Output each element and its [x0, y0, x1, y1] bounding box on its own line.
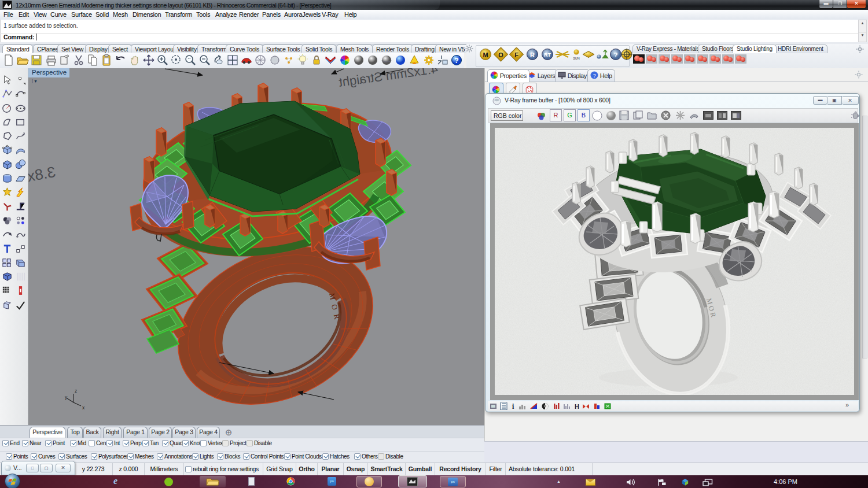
svg-text:?: ?: [614, 51, 618, 58]
svg-text:F: F: [514, 51, 518, 58]
svg-text:?: ?: [454, 57, 458, 65]
svg-text:x: x: [82, 405, 85, 411]
svg-text:O: O: [498, 51, 503, 58]
svg-text:H: H: [575, 403, 579, 410]
svg-text:?: ?: [593, 73, 596, 79]
svg-text:R: R: [530, 51, 535, 58]
svg-text:RT: RT: [544, 52, 551, 58]
svg-text:M: M: [483, 51, 488, 58]
svg-text:SUN: SUN: [573, 57, 580, 60]
svg-text:y: y: [65, 394, 68, 400]
svg-text:z: z: [75, 388, 77, 394]
svg-text:i: i: [512, 402, 514, 410]
